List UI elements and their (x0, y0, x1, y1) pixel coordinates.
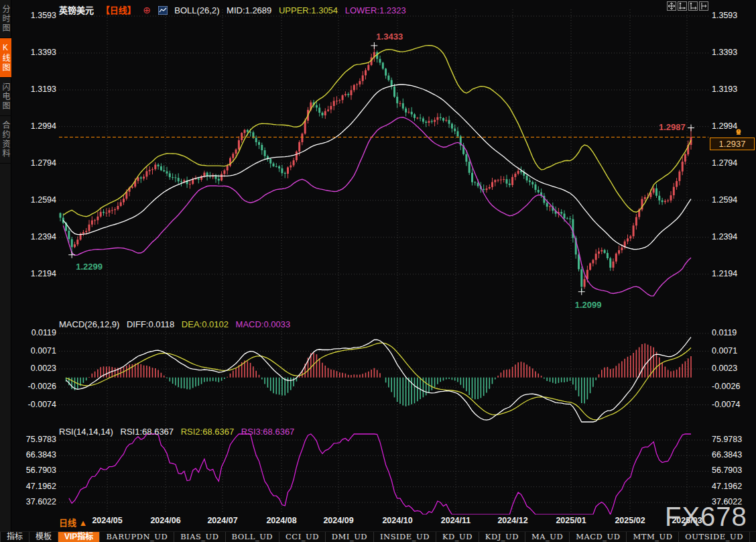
boll-lower-value: LOWER:1.2323 (345, 5, 406, 15)
sidebar-tab-kline-chart[interactable]: K线图 (0, 38, 11, 78)
candlestick-pane[interactable] (60, 46, 692, 296)
rsi-header: RSI(14,14,14) RSI1:68.6367 RSI2:68.6367 … (59, 427, 299, 437)
sidebar-tab-contract-info[interactable]: 合约资料 (0, 116, 11, 164)
barupdn-ud-button[interactable]: BARUPDN_UD (100, 532, 174, 542)
price-axis-label-left: 1.2194 (19, 269, 56, 278)
swing-high-label: 1.2987 (659, 122, 686, 132)
shift-right-icon[interactable] (699, 1, 708, 11)
macd-axis-label-right: -0.0074 (712, 400, 740, 409)
rsi-axis-label-right: 66.3843 (712, 450, 742, 459)
price-axis-label-right: 1.3593 (712, 11, 737, 20)
rsi-axis-label-left: 75.9783 (19, 435, 56, 444)
price-axis-label-left: 1.2594 (19, 195, 56, 205)
rsi-title: RSI(14,14,14) (59, 427, 113, 437)
price-axis-label-right: 1.2994 (712, 121, 737, 131)
footer-period-label[interactable]: 日线 ▲ (59, 516, 87, 529)
rsi-axis-label-right: 75.9783 (712, 435, 742, 444)
macd-dea-value: DEA:0.0102 (182, 319, 229, 329)
indicators-button[interactable]: 指标 (1, 532, 29, 542)
macd-axis-label-right: 0.0023 (712, 364, 737, 373)
chart-tools-toolbar (667, 1, 708, 11)
macd-pane[interactable] (66, 337, 691, 422)
price-axis-label-left: 1.2994 (19, 121, 56, 131)
dmi-ud-button[interactable]: DMI_UD (326, 532, 374, 542)
rsi-axis-label-left: 47.1962 (19, 482, 56, 491)
outside-ud-button[interactable]: OUTSIDE_UD (679, 532, 750, 542)
swing-cross-marker (371, 42, 377, 49)
main-chart-header: 英镑美元 【日线】 ⊕ BOLL(26,2) MID:1.2689 UPPER:… (59, 3, 411, 17)
watermark: FX678 (665, 502, 747, 532)
date-label: 2024/11 (441, 516, 471, 525)
price-axis-label-left: 1.2794 (19, 158, 56, 168)
indicator-toolbar: 指标模板VIP指标BARUPDN_UDBIAS_UDBOLL_UDCCI_UDD… (0, 531, 756, 542)
rsi-axis-label-right: 56.7903 (712, 466, 742, 475)
line-chart-icon (158, 6, 168, 17)
macd-axis-label-left: 0.0071 (19, 346, 56, 356)
swing-cross-marker (578, 288, 585, 295)
boll-label: BOLL(26,2) (174, 5, 219, 15)
date-label: 2024/05 (92, 516, 122, 525)
macd-axis-label-left: 0.0023 (19, 364, 56, 373)
period-tag[interactable]: 【日线】 (101, 5, 136, 15)
price-axis-label-right: 1.2594 (712, 195, 737, 205)
y-axis-scale-icon[interactable] (678, 1, 687, 11)
date-label: 2024/06 (150, 516, 180, 525)
boll-ud-button[interactable]: BOLL_UD (226, 532, 280, 542)
kd-ud-button[interactable]: KD_UD (436, 532, 479, 542)
date-label: 2024/09 (323, 516, 353, 525)
date-label: 2024/07 (207, 516, 237, 525)
left-tab-bar: 分时图K线图闪电图合约资料 (0, 0, 11, 531)
crosshair-plus-icon[interactable]: ⊕ (143, 5, 151, 15)
price-axis-label-left: 1.3193 (19, 85, 56, 94)
macd-axis-label-right: 0.0119 (712, 328, 737, 337)
macd-header: MACD(26,12,9) DIFF:0.0118 DEA:0.0102 MAC… (59, 319, 295, 329)
rsi2-value: RSI2:68.6367 (181, 427, 235, 437)
symbol-title: 英镑美元 (59, 5, 94, 15)
vip-indicators-button[interactable]: VIP指标 (58, 532, 100, 542)
ma-ud-button[interactable]: MA_UD (525, 532, 570, 542)
mtm-ud-button[interactable]: MTM_UD (627, 532, 679, 542)
rsi-axis-label-left: 66.3843 (19, 450, 56, 459)
price-axis-label-left: 1.3593 (19, 11, 56, 20)
chart-canvas[interactable] (0, 0, 756, 531)
swing-low-label: 1.2099 (575, 300, 602, 310)
price-axis-label-left: 1.2394 (19, 232, 56, 241)
macd-macd-value: MACD:0.0033 (236, 319, 291, 329)
templates-button[interactable]: 模板 (29, 532, 58, 542)
kdj-ud-button[interactable]: KDJ_UD (479, 532, 525, 542)
boll-upper-value: UPPER:1.3054 (279, 5, 338, 15)
inside-ud-button[interactable]: INSIDE_UD (374, 532, 436, 542)
price-axis-label-right: 1.3393 (712, 48, 737, 57)
sidebar-tab-lightning-chart[interactable]: 闪电图 (0, 78, 11, 116)
price-axis-label-right: 1.3193 (712, 85, 737, 94)
date-label: 2025/02 (615, 516, 645, 525)
rsi-axis-label-right: 47.1962 (712, 482, 742, 491)
psy-ud-button[interactable]: PSY_UD (750, 532, 756, 542)
price-alert-bell-icon[interactable] (735, 127, 743, 139)
bias-ud-button[interactable]: BIAS_UD (174, 532, 225, 542)
rsi-pane[interactable] (69, 434, 691, 514)
current-price-tag[interactable]: 1.2937 (710, 138, 755, 150)
macd-axis-label-left: -0.0026 (19, 382, 56, 391)
swing-cross-marker (68, 252, 75, 258)
price-axis-label-right: 1.2794 (712, 158, 737, 168)
macd-diff-value: DIFF:0.0118 (127, 319, 174, 329)
rsi-axis-label-left: 56.7903 (19, 466, 56, 475)
move-tool-icon[interactable] (667, 1, 676, 11)
rsi-axis-label-left: 37.6022 (19, 497, 56, 506)
date-label: 2025/01 (556, 516, 586, 525)
swing-high-label: 1.3433 (376, 32, 403, 42)
macd-axis-label-left: -0.0074 (19, 400, 56, 409)
macd-axis-label-right: 0.0071 (712, 346, 737, 356)
rsi1-value: RSI1:68.6367 (121, 427, 174, 437)
date-label: 2024/12 (497, 516, 527, 525)
macd-ud-button[interactable]: MACD_UD (570, 532, 627, 542)
macd-axis-label-left: 0.0119 (19, 328, 56, 337)
rsi3-value: RSI3:68.6367 (241, 427, 295, 437)
macd-axis-label-right: -0.0026 (712, 382, 740, 391)
macd-title: MACD(26,12,9) (59, 319, 119, 329)
sidebar-tab-time-share-chart[interactable]: 分时图 (0, 0, 11, 38)
x-axis-scale-icon[interactable] (688, 1, 698, 11)
date-label: 2024/10 (382, 516, 412, 525)
cci-ud-button[interactable]: CCI_UD (279, 532, 326, 542)
